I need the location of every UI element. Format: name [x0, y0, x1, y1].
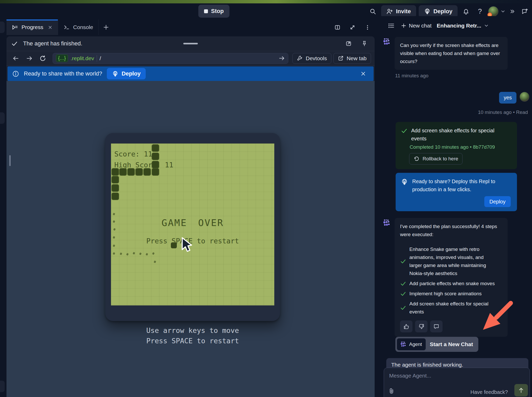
- plan-step-label: Add particle effects when snake moves: [409, 279, 495, 288]
- particle-speck: [126, 253, 129, 256]
- deploy-icon: [424, 8, 431, 15]
- back-button[interactable]: [10, 53, 22, 64]
- search-button[interactable]: [367, 6, 379, 17]
- check-icon: [400, 291, 406, 297]
- sidebar-item-partial: [0, 112, 5, 124]
- paperclip-icon: [388, 388, 395, 394]
- new-tab-button[interactable]: New tab: [333, 53, 371, 64]
- check-icon: [400, 258, 406, 264]
- start-new-chat-button[interactable]: Agent Start a New Chat: [395, 337, 478, 352]
- new-tab-label: New tab: [347, 55, 367, 61]
- search-icon: [369, 8, 376, 15]
- rollback-icon: [414, 156, 419, 162]
- account-menu[interactable]: [488, 6, 506, 17]
- particle-speck: [133, 252, 135, 255]
- close-tab-button[interactable]: [48, 25, 53, 30]
- url-bar[interactable]: {...} .replit.dev /: [53, 53, 288, 64]
- attach-button[interactable]: [388, 388, 395, 394]
- message-input[interactable]: [389, 373, 521, 379]
- deploy-button[interactable]: Deploy: [419, 5, 458, 18]
- tab-progress[interactable]: Progress: [6, 19, 58, 35]
- new-chat-label: New chat: [409, 23, 432, 29]
- app-preview[interactable]: Score: 11 High Score: 11 GAME OVER Pr: [6, 81, 375, 397]
- invite-button[interactable]: Invite: [381, 5, 416, 18]
- reload-button[interactable]: [37, 53, 48, 64]
- rollback-button[interactable]: Rollback to here: [409, 153, 463, 165]
- notifications-button[interactable]: [460, 6, 472, 17]
- thumbs-down-button[interactable]: [415, 320, 428, 332]
- thumbs-down-icon: [418, 323, 425, 330]
- arrow-left-icon: [12, 55, 19, 62]
- forward-button[interactable]: [24, 53, 35, 64]
- user-avatar: [520, 92, 529, 102]
- plus-icon: [103, 24, 109, 30]
- check-icon: [401, 127, 408, 134]
- new-chat-button[interactable]: New chat: [401, 23, 432, 29]
- feedback-link[interactable]: Have feedback?: [470, 389, 508, 395]
- replit-agent-logo-icon: [383, 219, 391, 227]
- split-pane-button[interactable]: [332, 22, 343, 33]
- devtools-button[interactable]: Devtools: [292, 53, 331, 64]
- add-tab-button[interactable]: [99, 19, 114, 35]
- banner-deploy-label: Deploy: [122, 70, 141, 77]
- rollback-label: Rollback to here: [423, 156, 458, 162]
- phone-frame: Score: 11 High Score: 11 GAME OVER Pr: [105, 133, 280, 321]
- new-thread-button[interactable]: [520, 6, 530, 17]
- terminal-icon: [63, 24, 70, 31]
- particle-speck: [113, 252, 115, 255]
- deploy-icon: [401, 178, 408, 186]
- comment-button[interactable]: [430, 320, 443, 332]
- banner-close-button[interactable]: [358, 68, 369, 79]
- pane-menu-button[interactable]: [362, 22, 373, 33]
- tab-console[interactable]: Console: [58, 19, 99, 35]
- stop-button[interactable]: Stop: [198, 5, 229, 18]
- snake-segment: [111, 176, 119, 183]
- chat-title-dropdown[interactable]: Enhancing Retr...: [437, 23, 489, 29]
- chat-history-button[interactable]: [387, 20, 396, 31]
- check-icon: [400, 305, 406, 311]
- snake-game-screen[interactable]: Score: 11 High Score: 11 GAME OVER Pr: [111, 143, 274, 305]
- thumbs-up-icon: [403, 323, 410, 330]
- pin-button[interactable]: [359, 38, 370, 49]
- scrollbar-thumb[interactable]: [9, 155, 11, 166]
- resize-handle[interactable]: [183, 43, 198, 44]
- tab-progress-label: Progress: [22, 24, 43, 30]
- expand-pane-button[interactable]: [347, 22, 358, 33]
- kebab-menu-icon: [365, 24, 370, 30]
- open-in-new-button[interactable]: [343, 38, 354, 49]
- info-icon: [12, 70, 19, 77]
- help-button[interactable]: ?: [474, 6, 486, 17]
- chevron-down-icon: [500, 9, 506, 14]
- particle-speck: [120, 252, 122, 255]
- collapse-panel-button[interactable]: [508, 6, 517, 17]
- chevron-down-icon: [484, 23, 489, 28]
- url-host-chip: {...}: [56, 54, 68, 62]
- plan-step-label: Add screen shake effects for special eve…: [409, 300, 498, 316]
- arrow-up-icon: [518, 387, 524, 394]
- agent-message-text: Can you verify if the screen shake effec…: [395, 37, 508, 70]
- plan-step: Enhance Snake game with retro animations…: [400, 245, 502, 277]
- snake-segment: [111, 193, 119, 200]
- invite-label: Invite: [396, 8, 411, 15]
- plus-icon: [401, 23, 407, 29]
- task-status: Completed 10 minutes ago • 8b77d709: [410, 144, 512, 150]
- send-button[interactable]: [514, 384, 528, 396]
- completion-intro: I've completed the plan successfully! 4 …: [400, 222, 502, 238]
- agent-badge-label: Agent: [409, 341, 422, 347]
- deploy-card-button[interactable]: Deploy: [484, 196, 511, 207]
- thumbs-up-button[interactable]: [400, 320, 412, 332]
- agent-status-text: The agent has finished.: [23, 40, 82, 47]
- reload-icon: [39, 55, 46, 62]
- collapsed-sidebar[interactable]: [0, 19, 6, 397]
- snake-segment: [152, 153, 159, 160]
- url-host: .replit.dev: [71, 55, 94, 61]
- chevrons-right-icon: [510, 9, 515, 14]
- banner-deploy-button[interactable]: Deploy: [107, 68, 146, 79]
- particle-speck: [154, 261, 156, 263]
- feedback-buttons: [400, 320, 502, 332]
- devtools-label: Devtools: [306, 55, 327, 61]
- snake-segment: [111, 184, 119, 192]
- go-button[interactable]: [278, 55, 285, 61]
- mouse-cursor: [180, 237, 195, 253]
- deploy-icon: [112, 71, 118, 77]
